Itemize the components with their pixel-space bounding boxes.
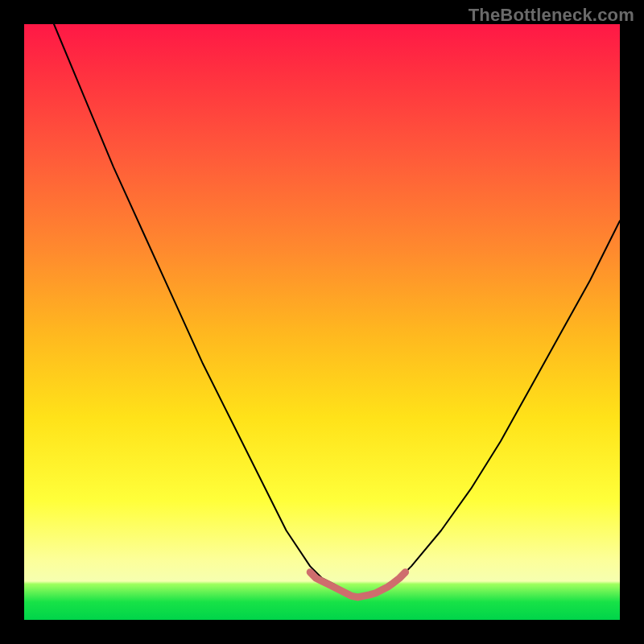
chart-container: TheBottleneck.com <box>0 0 644 644</box>
optimal-marker <box>310 572 405 597</box>
chart-svg <box>24 24 620 620</box>
plot-area <box>24 24 620 620</box>
bottleneck-curve <box>54 24 620 596</box>
watermark-text: TheBottleneck.com <box>469 5 634 26</box>
